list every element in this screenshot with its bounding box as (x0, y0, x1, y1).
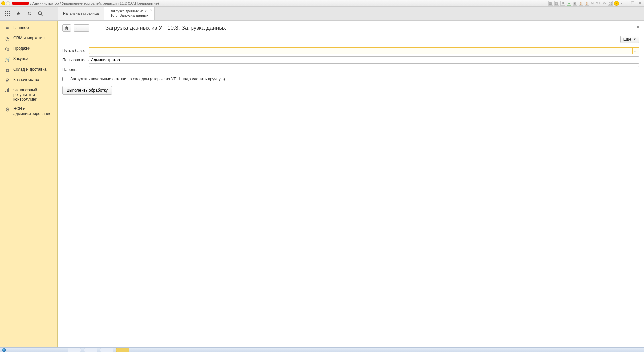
svg-rect-8 (9, 15, 10, 16)
taskbar-pin-3[interactable] (100, 348, 113, 352)
redacted-region (12, 2, 29, 5)
password-input[interactable] (89, 66, 639, 73)
info-icon[interactable]: i (614, 1, 619, 6)
start-orb-icon[interactable] (2, 348, 6, 352)
user-input[interactable] (89, 56, 639, 64)
sidebar-label-finance: Финансовый результат и контроллинг (13, 88, 54, 102)
page-close-icon[interactable]: × (637, 24, 639, 30)
sidebar-item-finance[interactable]: Финансовый результат и контроллинг (0, 85, 57, 104)
tab-home[interactable]: Начальная страница (58, 7, 104, 20)
svg-rect-11 (5, 91, 6, 92)
path-input[interactable] (89, 47, 633, 54)
nav-back-button[interactable]: ← (74, 25, 82, 31)
toolbar-icon-7[interactable]: ▯ (585, 1, 589, 6)
tab-active-line2: 10.3: Загрузка данных (110, 13, 149, 18)
home-button[interactable] (62, 24, 71, 32)
pie-chart-icon: ◔ (5, 36, 10, 41)
nav-forward-button: → (82, 25, 89, 31)
memory-m[interactable]: M (591, 1, 594, 5)
sidebar-item-warehouse[interactable]: ▦ Склад и доставка (0, 64, 57, 75)
window-minimize-icon[interactable]: – (624, 1, 628, 5)
window-close-icon[interactable]: ✕ (637, 1, 643, 5)
more-button[interactable]: Еще ▼ (620, 36, 639, 43)
tab-data-load[interactable]: Загрузка данных из УТ 10.3: Загрузка дан… (104, 7, 155, 20)
more-button-label: Еще (623, 37, 631, 42)
quick-toolbar: ★ ↻ (0, 7, 58, 20)
toolbar-icon-1[interactable]: ▦ (548, 1, 553, 6)
taskbar-pin-2[interactable] (84, 348, 97, 352)
window-titlebar: ▾ / Администратор / Управление торговлей… (0, 0, 644, 7)
chevron-down-icon: ▼ (633, 38, 636, 41)
user-label: Пользователь: (62, 58, 89, 62)
svg-rect-4 (7, 13, 8, 14)
path-label: Путь к базе: (62, 48, 89, 53)
info-dropdown-icon[interactable]: ▾ (620, 2, 622, 5)
apps-grid-icon[interactable] (5, 11, 11, 17)
sidebar-item-crm[interactable]: ◔ CRM и маркетинг (0, 33, 57, 44)
boxes-icon: ▦ (5, 67, 10, 73)
sidebar-item-treasury[interactable]: ₽ Казначейство (0, 75, 57, 85)
window-maximize-icon[interactable]: ❐ (630, 1, 636, 5)
svg-rect-7 (7, 15, 8, 16)
content-area: × ← → Загрузка данных из УТ 10.3: Загруз… (58, 21, 644, 347)
svg-rect-3 (5, 13, 6, 14)
tab-close-icon[interactable]: × (150, 8, 152, 12)
svg-rect-12 (7, 89, 8, 92)
cart-icon: 🛒 (5, 57, 10, 62)
password-label: Пароль: (62, 67, 89, 72)
svg-rect-5 (9, 13, 10, 14)
sidebar-item-main[interactable]: ≡ Главное (0, 23, 57, 33)
sidebar-label-admin: НСИ и администрирование (13, 106, 54, 116)
page-title: Загрузка данных из УТ 10.3: Загрузка дан… (105, 25, 226, 31)
toolbar-icon-2[interactable]: ▤ (554, 1, 559, 6)
run-button-label: Выполнить обработку (67, 88, 108, 93)
form-row-path: Путь к базе: … (62, 47, 639, 54)
tabs-container: Начальная страница Загрузка данных из УТ… (58, 7, 155, 20)
gear-icon: ⚙ (5, 107, 10, 112)
form: Путь к базе: … Пользователь: Пароль: Заг… (62, 47, 639, 95)
svg-rect-6 (5, 15, 6, 16)
sidebar-item-admin[interactable]: ⚙ НСИ и администрирование (0, 104, 57, 118)
search-icon[interactable] (37, 11, 43, 17)
path-input-wrap: … (89, 47, 639, 54)
svg-point-9 (38, 12, 41, 15)
window-title-text: / Администратор / Управление торговлей, … (30, 1, 159, 5)
form-row-password: Пароль: (62, 66, 639, 73)
svg-rect-1 (7, 11, 8, 12)
taskbar-pin-1[interactable] (68, 348, 81, 352)
memory-m-plus[interactable]: M+ (595, 1, 601, 5)
tab-active-line1: Загрузка данных из УТ (110, 9, 149, 13)
svg-rect-0 (5, 11, 6, 12)
sidebar-item-purchases[interactable]: 🛒 Закупки (0, 54, 57, 64)
toolbar-icon-3[interactable]: ⧉ (560, 1, 565, 6)
form-row-user: Пользователь: (62, 56, 639, 64)
sidebar-label-purchases: Закупки (13, 56, 54, 61)
briefcase-icon: 🛍 (5, 46, 10, 52)
tabstrip: ★ ↻ Начальная страница Загрузка данных и… (0, 7, 644, 21)
history-icon[interactable]: ↻ (26, 11, 32, 17)
panel-layout-icon[interactable]: ▯▯ (608, 1, 613, 6)
tab-home-label: Начальная страница (63, 11, 99, 16)
star-icon[interactable]: ★ (15, 11, 21, 17)
titlebar-right-icons: ▦ ▤ ⧉ ★ ▣ ▯ ▯ M M+ M- ▯▯ i ▾ – ❐ ✕ (548, 1, 643, 6)
taskbar-pin-4[interactable] (116, 348, 129, 352)
path-browse-button[interactable]: … (633, 47, 639, 54)
dropdown-icon[interactable]: ▾ (6, 1, 10, 5)
sidebar-label-treasury: Казначейство (13, 77, 54, 82)
favorite-icon[interactable]: ★ (567, 1, 571, 6)
app-logo-icon (1, 1, 5, 5)
toolbar-icon-6[interactable]: ▯ (579, 1, 583, 6)
sidebar: ≡ Главное ◔ CRM и маркетинг 🛍 Продажи 🛒 … (0, 21, 58, 347)
run-processing-button[interactable]: Выполнить обработку (62, 86, 112, 95)
sidebar-label-main: Главное (13, 25, 54, 30)
toolbar-icon-5[interactable]: ▣ (573, 1, 577, 6)
nav-back-forward: ← → (74, 24, 89, 32)
sidebar-label-crm: CRM и маркетинг (13, 36, 54, 40)
load-balances-checkbox[interactable] (62, 77, 67, 81)
memory-m-minus[interactable]: M- (602, 1, 607, 5)
svg-line-10 (41, 14, 42, 16)
checkbox-label: Загружать начальные остатки по складам (… (70, 77, 225, 81)
main-layout: ≡ Главное ◔ CRM и маркетинг 🛍 Продажи 🛒 … (0, 21, 644, 347)
sidebar-item-sales[interactable]: 🛍 Продажи (0, 44, 57, 54)
ruble-icon: ₽ (5, 78, 10, 83)
